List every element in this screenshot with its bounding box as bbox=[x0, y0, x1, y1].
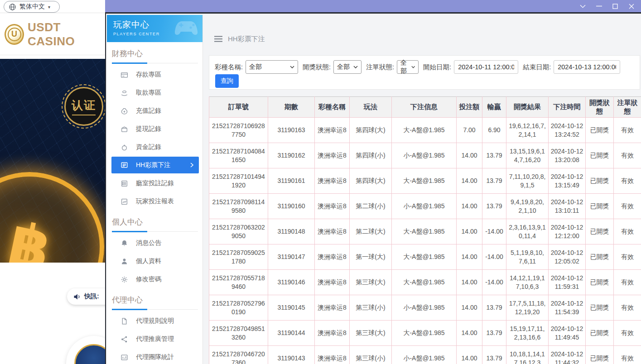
table-cell: 第二球(大) bbox=[350, 219, 392, 244]
window-dropdown-button[interactable] bbox=[578, 2, 588, 11]
table-header-cell: 彩種名稱 bbox=[315, 97, 350, 118]
table-cell: 14.00 bbox=[457, 143, 482, 168]
table-cell: 5,1,19,8,10,7,6,11 bbox=[506, 244, 549, 270]
filter-panel: 彩種名稱: 全部 開獎狀態: 全部 注單狀態: 全部 開始 bbox=[209, 55, 640, 90]
table-cell: 已開獎 bbox=[586, 321, 614, 346]
sidebar-item-label: 修改密碼 bbox=[136, 275, 161, 283]
table-cell: 有效 bbox=[614, 168, 641, 194]
table-cell: 2,3,16,13,9,10,11,4 bbox=[506, 219, 549, 244]
table-cell: -14.00 bbox=[482, 270, 506, 295]
ticker-label: 快訊: bbox=[84, 292, 99, 301]
table-header-cell: 開獎結果 bbox=[506, 97, 549, 118]
sidebar-item-deposit-zone[interactable]: 存款專區 bbox=[107, 66, 202, 84]
table-row: 215217287049851326031190144澳洲幸运8第三球(大)大-… bbox=[209, 321, 641, 346]
gamepad-icon bbox=[174, 18, 199, 38]
table-cell: 第四球(大) bbox=[350, 168, 392, 194]
sidebar-group-title: 財務中心 bbox=[107, 42, 202, 62]
table-cell: 澳洲幸运8 bbox=[315, 168, 350, 194]
table-header-cell: 期數 bbox=[268, 97, 315, 118]
table-cell: 大-A盤@1.985 bbox=[392, 321, 457, 346]
table-cell: 2024-10-12 11:54:39 bbox=[549, 295, 586, 321]
table-cell: 2024-10-12 11:49:45 bbox=[549, 321, 586, 346]
table-cell: 有效 bbox=[614, 295, 641, 321]
table-cell: 31190146 bbox=[268, 270, 315, 295]
table-cell: 14.00 bbox=[457, 346, 482, 364]
lottery-name-select[interactable]: 全部 bbox=[246, 60, 298, 74]
sidebar-item-profile[interactable]: 個人資料 bbox=[107, 252, 202, 270]
bell-icon bbox=[120, 239, 128, 247]
table-cell: 第二球(小) bbox=[350, 194, 392, 219]
sidebar: 玩家中心 PLAYERS CENTER 財務中心存款專區取款專區充值記錄提現記錄… bbox=[107, 15, 203, 364]
table-cell: 澳洲幸运8 bbox=[315, 219, 350, 244]
table-cell: 已開獎 bbox=[586, 270, 614, 295]
table-cell: 2024-10-12 13:24:52 bbox=[549, 118, 586, 143]
sidebar-item-agent-rules[interactable]: 代理規則說明 bbox=[107, 312, 202, 330]
table-cell: 31190162 bbox=[268, 143, 315, 168]
page-header: HH彩票下注 bbox=[214, 34, 265, 44]
lottery-list-icon bbox=[120, 161, 128, 169]
sidebar-item-label: 提現記錄 bbox=[136, 125, 161, 133]
sidebar-item-withdrawal-records[interactable]: 提現記錄 bbox=[107, 120, 202, 138]
draw-status-select[interactable]: 全部 bbox=[333, 60, 361, 74]
sidebar-item-player-bet-report[interactable]: 玩家投注報表 bbox=[107, 192, 202, 211]
table-cell: 第四球(大) bbox=[350, 118, 392, 143]
table-cell: 2024-10-12 11:59:31 bbox=[549, 270, 586, 295]
sidebar-item-announcements[interactable]: 消息公告 bbox=[107, 234, 202, 252]
bets-table: 訂單號期數彩種名稱玩法下注信息投注額輸贏開獎結果下注時間開獎狀態注單狀態 215… bbox=[209, 96, 641, 364]
site-topbar: 繁体中文 ▾ bbox=[0, 0, 105, 13]
table-cell: 13.79 bbox=[482, 346, 506, 364]
sidebar-item-recharge-records[interactable]: 充值記錄 bbox=[107, 102, 202, 120]
hamburger-icon[interactable] bbox=[214, 36, 222, 42]
table-cell: 大-A盤@1.985 bbox=[392, 219, 457, 244]
table-cell: 大-A盤@1.985 bbox=[392, 118, 457, 143]
language-selector[interactable]: 繁体中文 ▾ bbox=[4, 1, 60, 13]
table-cell: 已開獎 bbox=[586, 219, 614, 244]
sidebar-group-title: 個人中心 bbox=[107, 211, 202, 231]
sidebar-item-label: 消息公告 bbox=[136, 239, 161, 247]
main-content: HH彩票下注 彩種名稱: 全部 開獎狀態: 全部 注單狀態: bbox=[203, 15, 641, 364]
order-status-select[interactable]: 全部 bbox=[397, 60, 419, 74]
table-cell: 有效 bbox=[614, 270, 641, 295]
table-cell: 有效 bbox=[614, 244, 641, 270]
table-cell: 7,11,10,20,8,9,1,5 bbox=[506, 168, 549, 194]
sidebar-item-label: HH彩票下注 bbox=[136, 161, 170, 169]
table-cell: 2152172870467207360 bbox=[209, 346, 268, 364]
table-cell: 有效 bbox=[614, 219, 641, 244]
table-cell: 2152172870590251780 bbox=[209, 244, 268, 270]
start-date-input[interactable] bbox=[454, 60, 518, 74]
sidebar-item-agent-promotion[interactable]: 代理推廣管理 bbox=[107, 330, 202, 348]
sidebar-item-hall-bet-records[interactable]: 廳室投註記錄 bbox=[107, 174, 202, 192]
sidebar-item-label: 玩家投注報表 bbox=[136, 197, 174, 206]
sidebar-item-agent-team-stats[interactable]: 代理團隊統計 bbox=[107, 348, 202, 364]
window-body: 玩家中心 PLAYERS CENTER 財務中心存款專區取款專區充值記錄提現記錄… bbox=[105, 12, 641, 364]
table-cell: 澳洲幸运8 bbox=[315, 270, 350, 295]
table-cell: 已開獎 bbox=[586, 346, 614, 364]
screen: { "underlay": { "lang_selector": "繁体中文",… bbox=[0, 0, 641, 364]
sidebar-item-hh-lottery-bets[interactable]: HH彩票下注 bbox=[111, 157, 199, 173]
table-row: 215217287046720736031190143澳洲幸运8第三球(小)小-… bbox=[209, 346, 641, 364]
table-cell: 14.00 bbox=[457, 168, 482, 194]
window-close-button[interactable] bbox=[627, 2, 636, 11]
window-maximize-button[interactable] bbox=[610, 2, 620, 11]
query-button[interactable]: 查詢 bbox=[215, 74, 239, 88]
table-cell: 已開獎 bbox=[586, 118, 614, 143]
table-cell: 2024-10-12 12:12:00 bbox=[549, 219, 586, 244]
table-cell: 13.79 bbox=[482, 295, 506, 321]
table-cell: 31190147 bbox=[268, 244, 315, 270]
table-cell: 已開獎 bbox=[586, 194, 614, 219]
table-cell: 2152172871040841650 bbox=[209, 143, 268, 168]
sidebar-item-change-password[interactable]: 修改密碼 bbox=[107, 270, 202, 288]
table-cell: 14.00 bbox=[457, 194, 482, 219]
sidebar-item-withdraw-zone[interactable]: 取款專區 bbox=[107, 84, 202, 102]
table-cell: 14.00 bbox=[457, 321, 482, 346]
sidebar-item-funds-records[interactable]: 資金記錄 bbox=[107, 138, 202, 156]
window-minimize-button[interactable] bbox=[594, 2, 604, 11]
order-status-label: 注單狀態: bbox=[366, 63, 394, 72]
table-cell: 有效 bbox=[614, 143, 641, 168]
table-header-cell: 下注時間 bbox=[549, 97, 586, 118]
table-cell: 小-A盤@1.985 bbox=[392, 143, 457, 168]
end-date-input[interactable] bbox=[554, 60, 620, 74]
table-cell: 2152172870981149580 bbox=[209, 194, 268, 219]
table-cell: 澳洲幸运8 bbox=[315, 143, 350, 168]
table-cell: 2024-10-12 13:10:11 bbox=[549, 194, 586, 219]
